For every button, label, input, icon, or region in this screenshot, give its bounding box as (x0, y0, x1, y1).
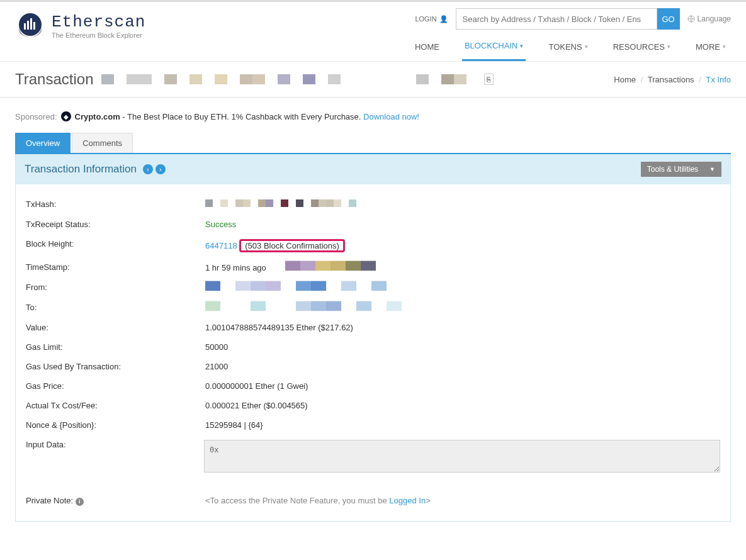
breadcrumb-current: Tx Info (706, 75, 731, 84)
gasused-label: Gas Used By Transaction: (26, 362, 205, 371)
globe-icon (687, 15, 695, 23)
inputdata-label: Input Data: (26, 440, 204, 449)
gaslimit-value: 50000 (205, 342, 720, 352)
info-icon[interactable]: i (76, 498, 84, 506)
gasprice-label: Gas Price: (26, 381, 205, 391)
nav-home[interactable]: HOME (412, 36, 442, 61)
to-label: To: (26, 303, 205, 312)
to-value-strip (205, 301, 746, 315)
logged-in-link[interactable]: Logged In (389, 496, 426, 505)
nav-tokens[interactable]: TOKENS▾ (546, 36, 590, 61)
txhash-label: TxHash: (26, 199, 205, 209)
breadcrumb-transactions[interactable]: Transactions (648, 75, 694, 84)
breadcrumb: Home / Transactions / Tx Info (614, 75, 731, 84)
blockheight-link[interactable]: 6447118 (205, 241, 237, 250)
block-confirmations: (503 Block Confirmations) (239, 239, 345, 252)
gasused-value: 21000 (205, 362, 720, 371)
blockheight-label: Block Height: (26, 239, 205, 249)
copy-icon[interactable]: ⎘ (484, 74, 494, 85)
sponsor-link[interactable]: Download now! (363, 112, 419, 121)
gaslimit-label: Gas Limit: (26, 342, 205, 352)
gasprice-value: 0.000000001 Ether (1 Gwei) (205, 381, 720, 391)
caret-down-icon: ▼ (709, 166, 715, 172)
from-value-strip (205, 281, 746, 294)
timestamp-value: 1 hr 59 mins ago (205, 263, 266, 272)
sponsor-icon: ◆ (61, 111, 71, 121)
txcost-value: 0.000021 Ether ($0.004565) (205, 401, 720, 410)
txhash-value-strip (205, 199, 720, 210)
etherscan-logo-icon (15, 11, 45, 41)
tools-utilities-dropdown[interactable]: Tools & Utilities▼ (641, 162, 721, 177)
timestamp-strip (285, 261, 376, 274)
value-label: Value: (26, 323, 205, 332)
logo-subtitle: The Ethereum Block Explorer (52, 31, 145, 39)
nav-resources[interactable]: RESOURCES▾ (611, 36, 673, 61)
sponsor-banner: Sponsored: ◆ Crypto.com - The Best Place… (15, 105, 731, 133)
login-link[interactable]: LOGIN 👤 (415, 15, 448, 23)
value-value: 1.001047888574489135 Ether ($217.62) (205, 323, 720, 332)
status-label: TxReceipt Status: (26, 220, 205, 229)
tab-comments[interactable]: Comments (72, 133, 133, 153)
nonce-value: 15295984 | {64} (205, 420, 720, 430)
person-icon: 👤 (439, 15, 448, 23)
main-nav: HOME BLOCKCHAIN▾ TOKENS▾ RESOURCES▾ MORE… (412, 36, 731, 61)
logo-title: Etherscan (52, 13, 145, 31)
tab-overview[interactable]: Overview (15, 133, 71, 153)
chevron-down-icon: ▾ (585, 43, 588, 50)
status-value: Success (205, 220, 720, 229)
panel-title: Transaction Information (25, 163, 137, 176)
svg-rect-3 (30, 18, 32, 30)
chevron-down-icon: ▾ (667, 43, 670, 50)
breadcrumb-home[interactable]: Home (614, 75, 636, 84)
prev-tx-button[interactable]: ‹ (143, 164, 153, 174)
search-go-button[interactable]: GO (657, 8, 680, 30)
privatenote-value: <To access the Private Note Feature, you… (205, 496, 720, 505)
nav-more[interactable]: MORE▾ (693, 36, 728, 61)
next-tx-button[interactable]: › (155, 164, 166, 174)
chevron-down-icon: ▾ (723, 43, 726, 50)
tabs: Overview Comments (15, 133, 731, 154)
svg-rect-4 (33, 22, 35, 30)
chevron-down-icon: ▾ (520, 43, 523, 49)
timestamp-label: TimeStamp: (26, 262, 205, 272)
title-hash-strip (101, 74, 479, 84)
page-title: Transaction (15, 70, 94, 88)
inputdata-textarea[interactable] (204, 440, 720, 473)
logo[interactable]: Etherscan The Ethereum Block Explorer (15, 8, 145, 41)
from-label: From: (26, 283, 205, 292)
search-input[interactable] (456, 8, 657, 30)
svg-rect-2 (27, 21, 29, 30)
nav-blockchain[interactable]: BLOCKCHAIN▾ (462, 36, 526, 61)
language-selector[interactable]: Language (687, 14, 731, 23)
txcost-label: Actual Tx Cost/Fee: (26, 401, 205, 410)
svg-rect-1 (24, 23, 26, 30)
privatenote-label: Private Note: i (26, 496, 205, 506)
nonce-label: Nonce & {Position}: (26, 420, 205, 430)
